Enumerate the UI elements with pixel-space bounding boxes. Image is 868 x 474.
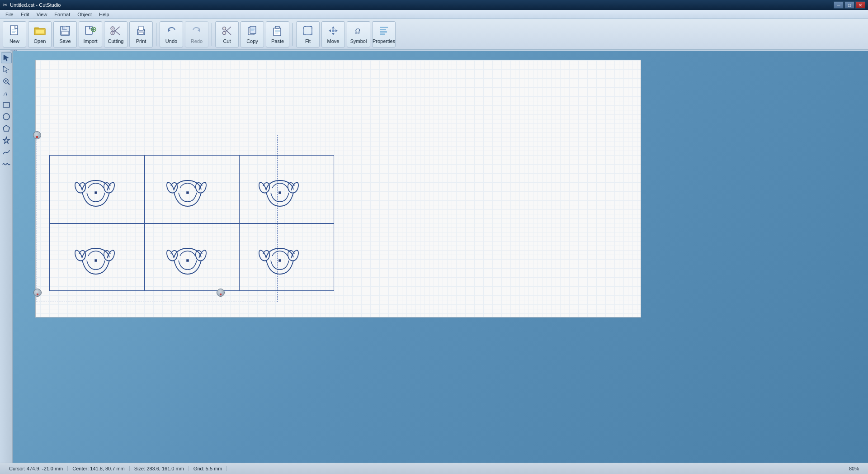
menu-format[interactable]: Format <box>51 11 74 18</box>
document-canvas <box>35 60 641 318</box>
canvas-area[interactable] <box>13 51 868 463</box>
svg-marker-65 <box>4 55 9 61</box>
new-button[interactable]: New <box>3 21 26 47</box>
svg-rect-41 <box>304 27 312 35</box>
wave-tool[interactable] <box>1 158 12 169</box>
svg-rect-81 <box>187 260 189 261</box>
handle-bottom-left[interactable] <box>33 289 42 297</box>
svg-marker-50 <box>332 26 335 28</box>
redo-icon <box>190 24 203 37</box>
menu-edit[interactable]: Edit <box>17 11 33 18</box>
svg-rect-32 <box>250 26 256 33</box>
toolbar-separator-1 <box>156 23 156 46</box>
menu-file[interactable]: File <box>2 11 17 18</box>
svg-rect-23 <box>139 32 143 34</box>
new-icon <box>8 24 21 37</box>
new-label: New <box>9 38 19 44</box>
svg-marker-66 <box>4 66 9 73</box>
minimize-button[interactable]: ─ <box>834 1 844 9</box>
paste-button[interactable]: Paste <box>266 21 289 47</box>
svg-text:Ω: Ω <box>355 27 360 35</box>
cut-icon <box>221 24 233 37</box>
import-button[interactable]: Import <box>79 21 102 47</box>
title-bar: ✂ Untitled.cst - CutStudio ─ □ ✕ <box>0 0 868 10</box>
svg-rect-56 <box>380 27 388 28</box>
svg-rect-58 <box>380 31 387 33</box>
text-tool[interactable]: A <box>1 88 12 99</box>
svg-rect-77 <box>95 192 97 194</box>
svg-line-30 <box>226 30 231 35</box>
design-cell-r2c1 <box>52 225 140 291</box>
handle-top-left[interactable] <box>33 131 41 139</box>
svg-line-18 <box>114 30 120 35</box>
undo-icon <box>165 24 178 37</box>
star-tool[interactable] <box>1 135 12 146</box>
cut-label: Cut <box>223 38 231 44</box>
open-button[interactable]: Open <box>28 21 52 47</box>
svg-marker-76 <box>3 137 9 143</box>
svg-rect-57 <box>380 29 386 30</box>
app-icon: ✂ <box>3 2 7 8</box>
copy-button[interactable]: Copy <box>241 21 264 47</box>
svg-rect-24 <box>144 30 145 31</box>
svg-rect-9 <box>61 31 69 35</box>
cutting-icon <box>109 24 122 37</box>
circle-tool[interactable] <box>1 111 12 122</box>
undo-button[interactable]: Undo <box>160 21 183 47</box>
svg-point-54 <box>332 29 335 32</box>
freehand-tool[interactable] <box>1 147 12 157</box>
properties-button[interactable]: Properties <box>372 21 396 47</box>
design-cell-r1c1 <box>52 157 140 223</box>
rectangle-tool[interactable] <box>1 100 12 110</box>
svg-line-69 <box>8 83 9 85</box>
svg-point-19 <box>112 32 113 34</box>
svg-rect-78 <box>187 192 189 194</box>
left-toolbar: A <box>0 51 13 464</box>
maximize-button[interactable]: □ <box>844 1 854 9</box>
node-tool[interactable] <box>1 64 12 75</box>
svg-rect-79 <box>279 192 281 194</box>
svg-rect-73 <box>3 103 9 107</box>
handle-indicator <box>36 136 38 138</box>
svg-text:A: A <box>3 90 7 97</box>
properties-icon <box>377 24 390 37</box>
menu-bar: File Edit View Format Object Help <box>0 10 868 19</box>
save-icon <box>59 24 71 37</box>
undo-label: Undo <box>165 38 177 44</box>
print-label: Print <box>136 38 146 44</box>
svg-marker-51 <box>332 33 335 35</box>
svg-rect-0 <box>10 26 18 35</box>
open-icon <box>33 24 46 37</box>
symbol-label: Symbol <box>350 38 367 44</box>
menu-view[interactable]: View <box>33 11 51 18</box>
save-button[interactable]: Save <box>53 21 77 47</box>
polygon-tool[interactable] <box>1 123 12 134</box>
toolbar-separator-2 <box>212 23 212 46</box>
symbol-button[interactable]: Ω Symbol <box>347 21 370 47</box>
menu-object[interactable]: Object <box>74 11 95 18</box>
cutting-button[interactable]: Cutting <box>104 21 127 47</box>
paste-label: Paste <box>271 38 284 44</box>
copy-label: Copy <box>246 38 258 44</box>
handle-indicator-bc <box>220 294 222 295</box>
svg-rect-82 <box>279 260 281 261</box>
menu-help[interactable]: Help <box>95 11 113 18</box>
toolbar: New Open Save <box>0 19 868 50</box>
select-tool[interactable] <box>1 52 12 63</box>
design-cell-r2c2 <box>143 225 231 291</box>
cut-button[interactable]: Cut <box>215 21 239 47</box>
svg-marker-75 <box>3 125 9 131</box>
zoom-tool[interactable] <box>1 76 12 87</box>
center-position: Center: 141.8, 80.7 mm <box>68 466 130 471</box>
redo-button[interactable]: Redo <box>185 21 208 47</box>
design-cell-r1c3 <box>237 157 323 223</box>
move-button[interactable]: Move <box>321 21 345 47</box>
title-bar-title: Untitled.cst - CutStudio <box>10 2 61 8</box>
cutting-label: Cutting <box>108 38 124 44</box>
redo-label: Redo <box>191 38 203 44</box>
title-bar-controls: ─ □ ✕ <box>834 1 865 9</box>
move-icon <box>327 24 340 37</box>
print-button[interactable]: Print <box>129 21 153 47</box>
fit-button[interactable]: Fit <box>296 21 320 47</box>
close-button[interactable]: ✕ <box>855 1 865 9</box>
